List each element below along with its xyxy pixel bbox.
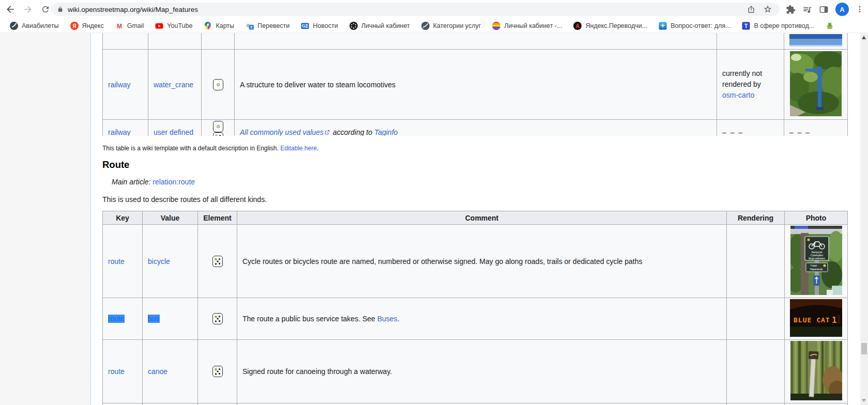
back-button[interactable] [3, 2, 18, 17]
svg-text:Startpunkt: Startpunkt [811, 251, 823, 254]
route-heading: Route [102, 159, 860, 170]
scrollbar-thumb[interactable] [861, 343, 867, 354]
bookmark-youtube[interactable]: YouTube [149, 20, 198, 32]
comment-cell: The route a public bus service takes. Se… [237, 298, 727, 340]
youtube-icon [155, 22, 163, 30]
reload-button[interactable] [38, 2, 53, 17]
bookmark-gmail[interactable]: M Gmail [110, 20, 150, 32]
bookmark-label: Карты [216, 22, 234, 29]
taginfo-link[interactable]: Taginfo [374, 128, 398, 136]
header-key: Key [103, 211, 143, 225]
bookmark-green-bug[interactable] [820, 20, 843, 32]
scrollbar-up-arrow[interactable] [862, 36, 866, 39]
comment-cell: Cycle routes or bicycles route are named… [237, 225, 727, 298]
profile-avatar[interactable]: A [835, 3, 849, 16]
bookmark-label: Категории услуг [433, 22, 481, 29]
green-bug-icon [826, 22, 834, 30]
value-link[interactable]: bicycle [148, 257, 170, 266]
key-link[interactable]: route [108, 257, 125, 266]
value-link[interactable]: water_crane [154, 81, 193, 89]
photo-cell: – – – [784, 120, 848, 136]
bookmark-label: Перевести [257, 22, 290, 29]
rendering-cell: currently not rendered by osm-carto [717, 50, 784, 120]
relation-icon[interactable] [212, 313, 223, 324]
svg-text:Haparanda: Haparanda [810, 268, 823, 271]
lock-icon [57, 6, 64, 13]
photo-water-crane[interactable] [790, 51, 842, 116]
main-article-line: Main article: relation:route [112, 177, 860, 187]
buses-link[interactable]: Buses [377, 315, 398, 323]
key-link[interactable]: route [108, 367, 125, 376]
scrollbar-down-arrow[interactable] [862, 399, 866, 402]
share-icon[interactable] [747, 5, 756, 14]
photo-fragment[interactable] [789, 34, 842, 46]
bookmark-lichny-kabinet-2[interactable]: Личный кабинет -... [486, 20, 568, 32]
bookmark-label: В сфере противод... [754, 22, 814, 29]
table-row-water-crane: railway water_crane A structure to deliv… [103, 50, 848, 120]
bookmark-star-icon[interactable] [763, 5, 772, 14]
rendering-cell: – – – [717, 120, 784, 136]
bookmark-news[interactable]: G Новости [295, 20, 343, 32]
svg-text:Cykelspåret: Cykelspåret [810, 254, 823, 257]
striped-sphere-icon [492, 22, 500, 30]
value-link[interactable]: user defined [154, 128, 193, 136]
t-blue-icon: T [742, 22, 750, 30]
comment-cell: All commonly used values according to Ta… [235, 120, 717, 136]
bookmark-yandex-translate[interactable]: A Яндекс.Переводчи... [568, 20, 653, 32]
bookmark-yandex[interactable]: Я Яндекс [65, 20, 110, 32]
bookmark-vopros-otvet[interactable]: Вопрос-ответ: для... [653, 20, 736, 32]
header-value: Value [143, 211, 198, 225]
bookmark-aviabilety[interactable]: Авиабилеты [4, 20, 65, 32]
editable-here-link[interactable]: Editable here [280, 145, 317, 152]
relation-icon[interactable] [212, 256, 223, 267]
value-link-selected[interactable]: bus [148, 315, 160, 323]
osm-carto-link[interactable]: osm-carto [722, 91, 754, 99]
url-text: wiki.openstreetmap.org/wiki/Map_features [68, 6, 747, 13]
dark-globe-icon [421, 22, 430, 30]
table-row-canoe: route canoe Signed route for canoeing th… [103, 340, 848, 403]
bookmark-label: Gmail [127, 22, 144, 29]
relation-icon[interactable] [212, 366, 223, 377]
forward-button[interactable] [21, 2, 35, 17]
extensions-icon[interactable] [786, 5, 796, 14]
svg-text:T: T [744, 23, 748, 29]
photo-canoe-route-post[interactable] [790, 341, 842, 400]
bookmark-kategorii-uslug[interactable]: Категории услуг [416, 20, 487, 32]
key-link[interactable]: railway [108, 128, 131, 136]
bookmark-maps[interactable]: Карты [198, 20, 240, 32]
playlist-extension-icon[interactable] [802, 5, 812, 14]
side-panel-icon[interactable] [819, 5, 829, 14]
avatar-letter: A [840, 6, 844, 13]
railway-table: railway water_crane A structure to deliv… [102, 33, 848, 136]
svg-text:G: G [302, 23, 306, 28]
bookmark-lichny-kabinet[interactable]: Личный кабинет [344, 20, 416, 32]
key-link-selected[interactable]: route [108, 315, 125, 323]
svg-text:A: A [576, 23, 580, 28]
bookmark-v-sfere[interactable]: T В сфере противод... [736, 20, 820, 32]
svg-text:Ystad -: Ystad - [810, 264, 818, 267]
table-row-user-defined: railway user defined All commonly used v… [103, 120, 848, 136]
node-icon[interactable] [213, 79, 223, 90]
table-row-bicycle: route bicycle Cycle routes or bicycles r… [103, 225, 848, 298]
back-icon [5, 4, 16, 14]
scrollbar[interactable] [860, 33, 868, 405]
node-icon[interactable] [213, 121, 223, 132]
address-bar[interactable]: wiki.openstreetmap.org/wiki/Map_features [52, 3, 780, 16]
svg-text:längs ostkusten: längs ostkusten [809, 257, 825, 260]
svg-text:BLUE CAT: BLUE CAT [794, 316, 830, 324]
photo-bus-led-sign[interactable]: BLUE CAT 1 [790, 299, 842, 337]
relation-route-link[interactable]: relation:route [153, 178, 195, 186]
relation-icon[interactable] [213, 132, 223, 136]
commonly-used-values-link[interactable]: All commonly used values [240, 128, 324, 136]
photo-bicycle-route-sign[interactable]: Startpunkt Cykelspåret längs ostkusten Y… [790, 226, 842, 295]
svg-text:т: т [250, 25, 252, 29]
google-translate-icon: Gт [246, 22, 254, 30]
gov-emblem-icon [659, 22, 667, 30]
menu-dots-icon[interactable] [856, 5, 864, 14]
bookmark-translate[interactable]: Gт Перевести [240, 20, 295, 32]
wiki-sidebar-area [0, 33, 91, 405]
value-link[interactable]: canoe [148, 367, 167, 376]
table-row [103, 403, 848, 405]
key-link[interactable]: railway [108, 81, 131, 89]
aviasales-icon [10, 22, 18, 30]
